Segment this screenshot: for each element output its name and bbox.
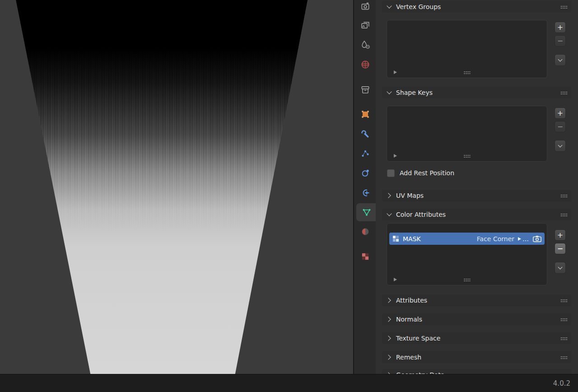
color-attribute-remove-button[interactable]: − xyxy=(555,243,566,254)
color-attributes-list[interactable]: MASK Face Corner … xyxy=(387,223,547,285)
panel-drag-grip[interactable] xyxy=(560,194,567,197)
tab-constraint-properties[interactable] xyxy=(354,184,376,202)
triangle-right-icon xyxy=(518,237,521,241)
panel-drag-grip[interactable] xyxy=(560,337,567,340)
version-label: 4.0.2 xyxy=(553,379,570,387)
panel-title: Shape Keys xyxy=(396,89,433,96)
panel-header-texture-space[interactable]: Texture Space xyxy=(382,332,571,344)
modifier-properties-icon xyxy=(360,129,370,139)
properties-tab-bar xyxy=(353,0,376,374)
data-properties-icon xyxy=(362,207,372,217)
minus-icon: − xyxy=(557,37,563,45)
panel-title: Vertex Groups xyxy=(396,3,441,10)
particle-properties-icon xyxy=(360,149,370,159)
shape-key-specials-menu[interactable] xyxy=(555,140,566,152)
minus-icon: − xyxy=(557,123,563,131)
vertex-group-specials-menu[interactable] xyxy=(555,54,566,66)
color-attribute-add-button[interactable]: + xyxy=(555,229,566,241)
panel-header-uv-maps[interactable]: UV Maps xyxy=(382,190,571,201)
tab-collection-properties[interactable] xyxy=(354,81,376,99)
world-properties-icon xyxy=(360,60,370,70)
chevron-right-icon xyxy=(386,317,391,322)
mesh-gradient-preview xyxy=(0,0,353,374)
scene-properties-icon xyxy=(360,40,370,50)
view-layer-properties-icon xyxy=(360,20,370,30)
tab-world-properties[interactable] xyxy=(354,56,376,74)
chevron-down-icon xyxy=(558,143,563,147)
shape-key-remove-button[interactable]: − xyxy=(555,121,566,132)
collection-properties-icon xyxy=(360,85,370,95)
chevron-down-icon xyxy=(558,57,563,61)
3d-viewport[interactable] xyxy=(0,0,353,374)
panel-title: Texture Space xyxy=(396,335,440,342)
tab-scene-properties[interactable] xyxy=(354,36,376,54)
color-attribute-domain: Face Corner xyxy=(477,235,514,243)
vertex-group-add-button[interactable]: + xyxy=(555,22,566,33)
material-properties-icon xyxy=(360,227,370,237)
panel-drag-grip[interactable] xyxy=(560,356,567,359)
constraint-properties-icon xyxy=(360,188,370,198)
panel-header-shape-keys[interactable]: Shape Keys xyxy=(382,87,571,98)
list-resize-grip[interactable] xyxy=(464,71,471,74)
panel-drag-grip[interactable] xyxy=(560,91,567,94)
panel-drag-grip[interactable] xyxy=(560,299,567,302)
chevron-right-icon xyxy=(386,298,391,303)
chevron-down-icon xyxy=(387,3,392,8)
color-attribute-item-mask[interactable]: MASK Face Corner … xyxy=(389,233,545,245)
chevron-right-icon xyxy=(386,355,391,359)
panel-drag-grip[interactable] xyxy=(560,213,567,216)
physics-properties-icon xyxy=(360,168,370,178)
panel-drag-grip[interactable] xyxy=(560,318,567,321)
object-properties-icon xyxy=(360,109,370,119)
chevron-down-icon xyxy=(387,211,392,216)
tab-physics-properties[interactable] xyxy=(354,164,376,182)
tab-modifier-properties[interactable] xyxy=(354,125,376,143)
add-rest-position-row: Add Rest Position xyxy=(387,169,454,177)
shape-keys-list[interactable] xyxy=(387,106,547,162)
tab-texture-properties[interactable] xyxy=(354,247,376,266)
panel-header-attributes[interactable]: Attributes xyxy=(382,294,571,306)
add-rest-position-label: Add Rest Position xyxy=(400,169,454,177)
list-filter-expand-icon[interactable] xyxy=(394,154,397,158)
minus-icon: − xyxy=(557,245,563,252)
tab-material-properties[interactable] xyxy=(354,223,376,241)
vertex-group-remove-button[interactable]: − xyxy=(555,35,566,47)
panel-title: UV Maps xyxy=(396,192,424,199)
list-filter-expand-icon[interactable] xyxy=(394,278,397,281)
status-bar: 4.0.2 xyxy=(0,374,578,392)
plus-icon: + xyxy=(557,110,563,117)
truncation-ellipsis: … xyxy=(522,235,529,243)
panel-title: Normals xyxy=(396,316,422,323)
vertex-groups-list[interactable] xyxy=(387,20,547,78)
tab-object-properties[interactable] xyxy=(354,105,376,123)
panel-header-normals[interactable]: Normals xyxy=(382,313,571,325)
shape-key-add-button[interactable]: + xyxy=(555,107,566,119)
blender-window: Vertex Groups + − Shape Keys + − Add Res… xyxy=(0,0,578,392)
render-properties-icon xyxy=(360,1,370,11)
plus-icon: + xyxy=(557,24,563,31)
render-camera-icon[interactable] xyxy=(533,236,541,242)
add-rest-position-checkbox[interactable] xyxy=(387,169,395,177)
panel-drag-grip[interactable] xyxy=(560,5,567,9)
chevron-down-icon xyxy=(387,89,392,94)
list-resize-grip[interactable] xyxy=(464,278,471,281)
panel-title: Attributes xyxy=(396,297,427,304)
list-filter-expand-icon[interactable] xyxy=(394,70,397,74)
tab-view-layer-properties[interactable] xyxy=(354,16,376,34)
color-attribute-icon xyxy=(392,235,399,242)
list-resize-grip[interactable] xyxy=(464,154,471,158)
tab-render-properties[interactable] xyxy=(354,0,376,15)
tab-data-properties[interactable] xyxy=(356,203,376,221)
texture-properties-icon xyxy=(360,252,370,261)
color-attribute-specials-menu[interactable] xyxy=(555,262,566,274)
color-attribute-name: MASK xyxy=(403,235,421,243)
panel-header-vertex-groups[interactable]: Vertex Groups xyxy=(382,1,571,13)
properties-editor: Vertex Groups + − Shape Keys + − Add Res… xyxy=(376,0,578,374)
panel-header-color-attributes[interactable]: Color Attributes xyxy=(382,209,571,220)
panel-title: Remesh xyxy=(396,354,421,361)
chevron-right-icon xyxy=(386,336,391,341)
panel-header-geometry-data[interactable]: Geometry Data xyxy=(382,369,571,374)
tab-particle-properties[interactable] xyxy=(354,145,376,163)
chevron-down-icon xyxy=(558,265,563,269)
panel-header-remesh[interactable]: Remesh xyxy=(382,351,571,363)
